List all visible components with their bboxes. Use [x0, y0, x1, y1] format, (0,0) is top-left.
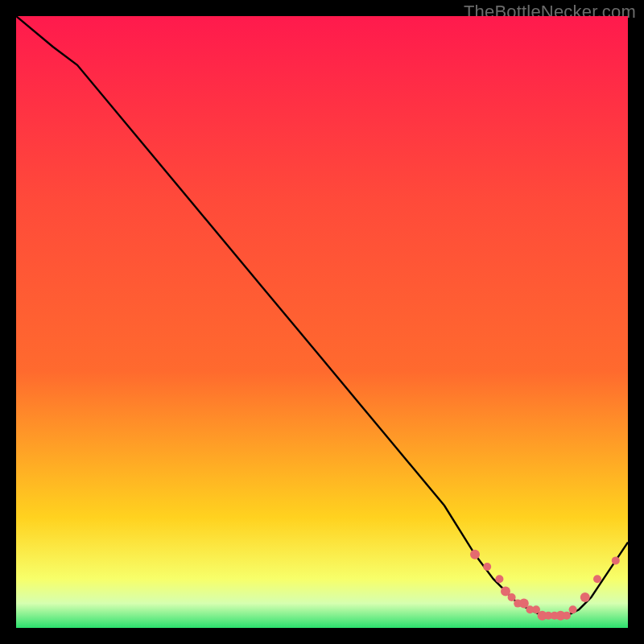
marker-dot	[483, 563, 491, 571]
marker-dot	[470, 550, 480, 559]
marker-dot	[569, 605, 577, 613]
marker-dot	[563, 612, 571, 620]
chart-stage: TheBottleNecker.com	[0, 0, 644, 644]
gradient-panel	[16, 16, 628, 628]
bottleneck-chart	[16, 16, 628, 628]
marker-dot	[593, 575, 601, 583]
marker-dot	[612, 556, 620, 564]
marker-dot	[495, 575, 503, 583]
marker-dot	[580, 592, 590, 602]
marker-dot	[508, 593, 516, 601]
